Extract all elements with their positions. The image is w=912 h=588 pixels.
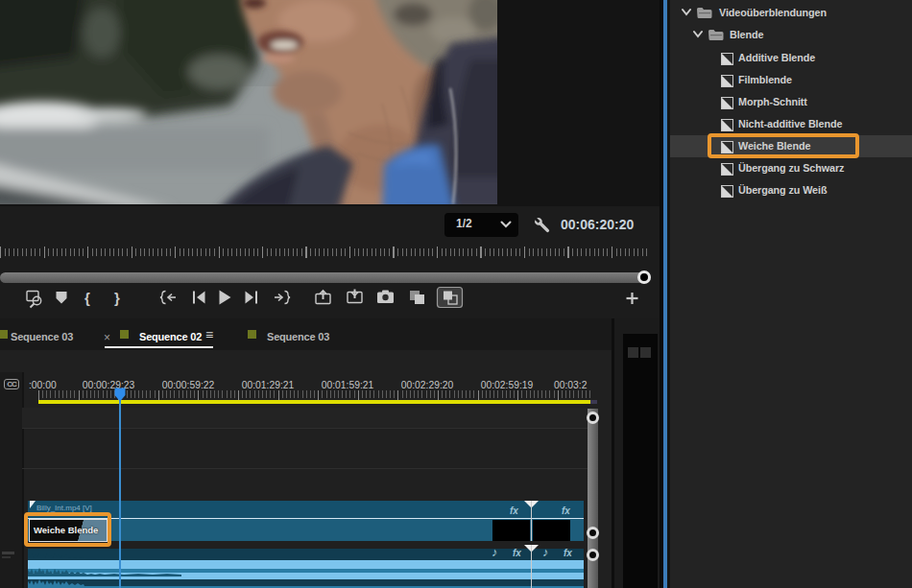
svg-text:}: }: [114, 290, 120, 306]
svg-text:{: {: [84, 290, 90, 306]
